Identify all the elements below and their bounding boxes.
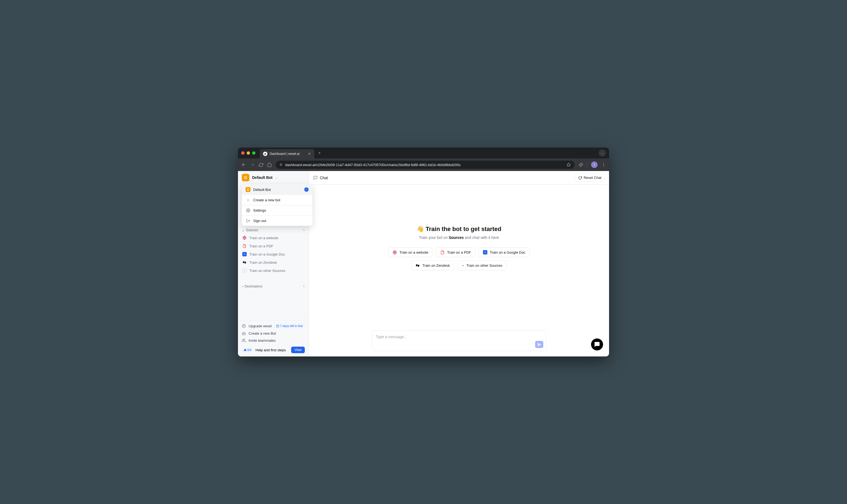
reload-icon[interactable] bbox=[259, 163, 263, 167]
dropdown-settings[interactable]: Settings bbox=[242, 205, 313, 215]
intercom-icon bbox=[594, 341, 600, 347]
svg-point-4 bbox=[247, 210, 249, 211]
chat-title: Chat bbox=[320, 176, 328, 180]
globe-icon bbox=[242, 236, 247, 240]
chip-train-other[interactable]: + Train on other Sources bbox=[458, 260, 507, 270]
plus-icon: + bbox=[242, 268, 247, 273]
bot-mini-avatar: D bbox=[246, 187, 250, 192]
chevron-down-icon: ⌄ bbox=[242, 228, 245, 232]
pdf-icon bbox=[440, 250, 444, 254]
bot-icon bbox=[242, 331, 246, 336]
invite-label: Invite teammates bbox=[249, 339, 276, 343]
browser-menu-icon[interactable] bbox=[601, 163, 606, 167]
bot-dropdown: D Default Bot ✓ + Create a new bot Setti… bbox=[242, 184, 313, 226]
send-button[interactable] bbox=[535, 341, 543, 348]
zendesk-icon bbox=[416, 263, 420, 268]
tab-title: Dashboard | eesel.ai bbox=[270, 152, 306, 156]
message-input[interactable] bbox=[376, 335, 542, 343]
extensions-icon[interactable] bbox=[579, 163, 583, 167]
reset-icon bbox=[578, 176, 582, 180]
send-icon bbox=[537, 343, 541, 347]
window-minimize[interactable] bbox=[247, 151, 250, 155]
dropdown-item-default-bot[interactable]: D Default Bot ✓ bbox=[242, 184, 313, 195]
add-destination-icon[interactable]: + bbox=[303, 285, 305, 288]
bot-name: Default Bot bbox=[252, 175, 272, 180]
sidebar-item-gdoc[interactable]: ≡ Train on a Google Doc bbox=[242, 250, 305, 258]
zendesk-icon bbox=[242, 260, 247, 265]
svg-marker-0 bbox=[567, 163, 570, 166]
sidebar-item-zendesk[interactable]: Train on Zendesk bbox=[242, 258, 305, 267]
sidebar-item-other[interactable]: + Train on other Sources bbox=[242, 267, 305, 275]
svg-point-1 bbox=[603, 163, 604, 164]
message-input-container bbox=[372, 330, 546, 351]
upgrade-link[interactable]: Upgrade eesel 7 days left in trial bbox=[242, 323, 305, 328]
svg-point-15 bbox=[244, 334, 245, 334]
chip-label: Train on a Google Doc bbox=[490, 250, 525, 254]
bookmark-icon[interactable] bbox=[566, 163, 571, 167]
upgrade-label: Upgrade eesel bbox=[249, 324, 272, 328]
dropdown-create-bot[interactable]: + Create a new bot bbox=[242, 195, 313, 205]
back-icon[interactable] bbox=[241, 162, 246, 167]
svg-rect-13 bbox=[242, 333, 245, 335]
chip-label: Train on a website bbox=[400, 250, 428, 254]
chip-train-pdf[interactable]: Train on a PDF bbox=[436, 247, 475, 257]
window-close[interactable] bbox=[241, 151, 245, 155]
destinations-section-header[interactable]: › Destinations + bbox=[242, 283, 305, 290]
sidebar-item-website[interactable]: Train on a website bbox=[242, 234, 305, 242]
window-maximize[interactable] bbox=[252, 151, 255, 155]
subline: Train your bot on Sources and chat with … bbox=[419, 235, 499, 240]
dropdown-settings-label: Settings bbox=[253, 209, 266, 213]
sources-section-header[interactable]: ⌄ Sources + bbox=[242, 227, 305, 234]
forward-icon[interactable] bbox=[250, 162, 255, 167]
browser-tab[interactable]: e Dashboard | eesel.ai ✕ bbox=[260, 149, 314, 159]
dropdown-signout-label: Sign out bbox=[253, 219, 266, 223]
home-icon[interactable] bbox=[267, 163, 272, 167]
new-tab-button[interactable]: + bbox=[318, 150, 321, 156]
reset-chat-button[interactable]: Reset Chat bbox=[575, 174, 605, 182]
bot-avatar: D bbox=[242, 174, 249, 181]
calendar-icon bbox=[276, 325, 279, 327]
chevron-right-icon: › bbox=[242, 285, 243, 288]
sidebar-item-label: Train on a Google Doc bbox=[249, 252, 285, 256]
wave-emoji: 👋 bbox=[417, 226, 424, 233]
chevron-down-icon: ⌄ bbox=[275, 176, 278, 179]
bot-selector[interactable]: D Default Bot ⌄ bbox=[238, 171, 308, 184]
dropdown-bot-label: Default Bot bbox=[253, 187, 271, 192]
profile-avatar[interactable]: I bbox=[591, 161, 598, 168]
progress-badge: 0/4 bbox=[242, 347, 253, 353]
svg-point-17 bbox=[243, 339, 244, 340]
svg-point-14 bbox=[243, 334, 243, 334]
gdoc-icon: ≡ bbox=[242, 252, 247, 256]
sidebar-item-label: Train on Zendesk bbox=[249, 260, 277, 265]
signout-icon bbox=[246, 219, 250, 223]
chip-train-gdoc[interactable]: ≡ Train on a Google Doc bbox=[479, 247, 530, 257]
dropdown-create-label: Create a new bot bbox=[253, 198, 280, 202]
invite-link[interactable]: Invite teammates bbox=[242, 339, 305, 343]
help-label: Help and first steps bbox=[255, 348, 286, 352]
chip-label: Train on Zendesk bbox=[422, 264, 450, 268]
pdf-icon bbox=[242, 244, 247, 248]
gdoc-icon: ≡ bbox=[483, 250, 487, 254]
chip-label: Train on a PDF bbox=[447, 250, 471, 254]
sidebar-item-label: Train on a website bbox=[249, 236, 278, 240]
create-bot-link[interactable]: Create a new Bot bbox=[242, 331, 305, 336]
plus-icon: + bbox=[462, 264, 464, 268]
add-source-icon[interactable]: + bbox=[303, 228, 305, 232]
upgrade-icon bbox=[242, 324, 246, 328]
tabs-dropdown-icon[interactable]: ⌄ bbox=[599, 149, 606, 157]
intercom-launcher[interactable] bbox=[591, 339, 603, 350]
tab-close-icon[interactable]: ✕ bbox=[308, 151, 311, 156]
globe-icon bbox=[393, 250, 397, 254]
view-button[interactable]: View bbox=[291, 347, 305, 353]
site-settings-icon[interactable]: ⚙ bbox=[279, 163, 282, 167]
dropdown-signout[interactable]: Sign out bbox=[242, 216, 313, 226]
gear-icon bbox=[246, 209, 250, 213]
url-bar[interactable]: ⚙ dashboard.eesel.ai/v2/bfe2fd39-11a7-4d… bbox=[276, 161, 575, 169]
sources-label: Sources bbox=[246, 228, 258, 232]
chip-train-zendesk[interactable]: Train on Zendesk bbox=[411, 260, 454, 270]
steps-icon bbox=[244, 348, 246, 351]
svg-point-2 bbox=[603, 164, 604, 165]
sidebar-item-pdf[interactable]: Train on a PDF bbox=[242, 242, 305, 250]
create-bot-label: Create a new Bot bbox=[249, 331, 276, 336]
chip-train-website[interactable]: Train on a website bbox=[388, 247, 433, 257]
